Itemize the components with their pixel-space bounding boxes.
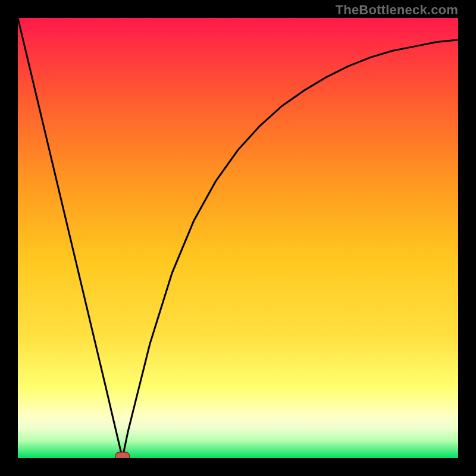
watermark-label: TheBottleneck.com [336, 2, 458, 18]
minimum-marker [115, 452, 130, 458]
chart-canvas [18, 18, 458, 458]
plot-area [18, 18, 458, 458]
gradient-background [18, 18, 458, 458]
chart-frame: TheBottleneck.com [0, 0, 476, 476]
